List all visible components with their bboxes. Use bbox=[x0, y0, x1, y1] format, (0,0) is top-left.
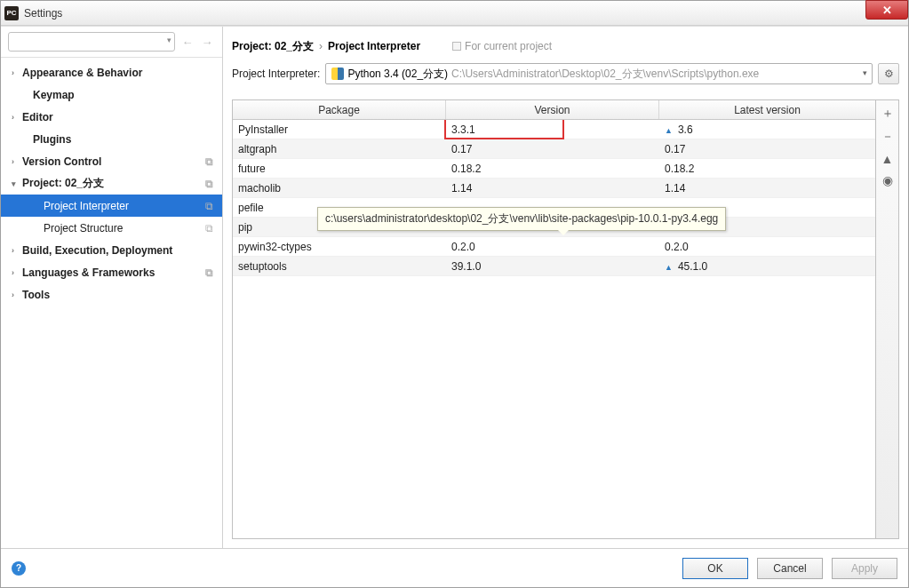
cell-latest: 0.17 bbox=[659, 143, 875, 155]
packages-table: Package Version Latest version PyInstall… bbox=[232, 99, 876, 539]
cell-version: 0.18.2 bbox=[446, 163, 659, 175]
add-button[interactable]: ＋ bbox=[881, 106, 894, 122]
table-body: PyInstaller3.3.1▲3.6altgraph0.170.17futu… bbox=[233, 120, 875, 538]
breadcrumb-page: Project Interpreter bbox=[328, 40, 420, 52]
sidebar-item[interactable]: ›Appearance & Behavior bbox=[1, 61, 222, 83]
sidebar-item-label: Languages & Frameworks bbox=[22, 266, 155, 279]
table-row[interactable]: altgraph0.170.17 bbox=[233, 139, 875, 159]
table-row[interactable]: future0.18.20.18.2 bbox=[233, 159, 875, 179]
settings-tree: ›Appearance & BehaviorKeymap›EditorPlugi… bbox=[1, 58, 222, 548]
sidebar-item[interactable]: Keymap bbox=[1, 83, 222, 106]
copy-icon: ⧉ bbox=[205, 200, 213, 212]
sidebar-item-label: Keymap bbox=[33, 89, 75, 101]
gear-button[interactable]: ⚙ bbox=[878, 63, 899, 84]
upgrade-icon: ▲ bbox=[665, 263, 673, 272]
sidebar-item-label: Version Control bbox=[22, 155, 101, 168]
breadcrumb-project: Project: 02_分支 bbox=[232, 39, 314, 54]
sidebar-item-label: Project Structure bbox=[44, 222, 123, 234]
chevron-down-icon[interactable]: ▾ bbox=[863, 68, 867, 77]
interpreter-name: Python 3.4 (02_分支) bbox=[347, 67, 448, 82]
cell-latest: 0.2.0 bbox=[659, 241, 875, 253]
ok-button[interactable]: OK bbox=[682, 558, 748, 579]
app-icon: PC bbox=[4, 6, 19, 20]
tree-arrow-icon: › bbox=[12, 113, 22, 122]
sidebar-item-label: Build, Execution, Deployment bbox=[22, 244, 172, 257]
cell-package: setuptools bbox=[233, 260, 446, 273]
sidebar-item[interactable]: ›Tools bbox=[1, 283, 222, 306]
back-button[interactable]: ← bbox=[179, 34, 195, 50]
tree-arrow-icon: › bbox=[12, 157, 22, 166]
sidebar-item[interactable]: ▾Project: 02_分支⧉ bbox=[1, 172, 222, 195]
cell-package: pywin32-ctypes bbox=[233, 241, 446, 253]
cancel-button[interactable]: Cancel bbox=[757, 558, 823, 579]
table-row[interactable]: PyInstaller3.3.1▲3.6 bbox=[233, 120, 875, 139]
python-icon bbox=[331, 68, 344, 80]
chevron-down-icon[interactable]: ▾ bbox=[167, 36, 171, 44]
cell-version: 3.3.1 bbox=[446, 123, 659, 136]
footer: ? OK Cancel Apply bbox=[1, 548, 908, 587]
tree-arrow-icon: › bbox=[12, 246, 22, 255]
interpreter-select[interactable]: Python 3.4 (02_分支) C:\Users\Administrato… bbox=[325, 63, 873, 84]
breadcrumb: Project: 02_分支 › Project Interpreter For… bbox=[232, 34, 899, 59]
interpreter-label: Project Interpreter: bbox=[232, 68, 320, 80]
copy-icon: ⧉ bbox=[205, 266, 213, 279]
interpreter-path: C:\Users\Administrator\Desktop\02_分支\ven… bbox=[451, 67, 759, 82]
sidebar-item-label: Plugins bbox=[33, 133, 71, 146]
sidebar-search: 🔍 ▾ ← → bbox=[1, 27, 222, 58]
upgrade-icon: ▲ bbox=[665, 126, 673, 135]
help-button[interactable]: ? bbox=[12, 561, 26, 576]
cell-version: 1.14 bbox=[446, 182, 659, 195]
content-panel: Project: 02_分支 › Project Interpreter For… bbox=[223, 27, 908, 548]
sidebar-item-label: Appearance & Behavior bbox=[22, 67, 142, 79]
sidebar-item[interactable]: ›Version Control⧉ bbox=[1, 150, 222, 172]
sidebar-item[interactable]: Project Structure⧉ bbox=[1, 217, 222, 239]
cell-version: 0.17 bbox=[446, 143, 659, 155]
close-button[interactable]: ✕ bbox=[865, 0, 908, 20]
sidebar-item[interactable]: ›Languages & Frameworks⧉ bbox=[1, 261, 222, 283]
copy-icon: ⧉ bbox=[205, 178, 213, 190]
interpreter-row: Project Interpreter: Python 3.4 (02_分支) … bbox=[232, 60, 899, 87]
table-row[interactable]: pywin32-ctypes0.2.00.2.0 bbox=[233, 237, 875, 257]
sidebar: 🔍 ▾ ← → ›Appearance & BehaviorKeymap›Edi… bbox=[1, 27, 223, 548]
sidebar-item-label: Project: 02_分支 bbox=[22, 176, 104, 191]
sidebar-item-label: Editor bbox=[22, 111, 53, 123]
cell-latest: 0.18.2 bbox=[659, 163, 875, 175]
upgrade-button[interactable]: ▲ bbox=[881, 152, 894, 166]
tree-arrow-icon: › bbox=[12, 268, 22, 277]
window-title: Settings bbox=[24, 7, 62, 20]
for-current-label: For current project bbox=[465, 40, 552, 52]
tree-arrow-icon: › bbox=[12, 68, 22, 77]
table-row[interactable]: setuptools39.1.0▲45.1.0 bbox=[233, 257, 875, 276]
table-tools: ＋ － ▲ ◉ bbox=[876, 99, 899, 539]
cell-latest: ▲45.1.0 bbox=[659, 260, 875, 273]
sidebar-item[interactable]: Plugins bbox=[1, 128, 222, 150]
cell-version: 39.1.0 bbox=[446, 260, 659, 273]
sidebar-item[interactable]: Project Interpreter⧉ bbox=[1, 195, 222, 217]
tree-arrow-icon: › bbox=[12, 290, 22, 299]
sidebar-item-label: Tools bbox=[22, 289, 50, 301]
sidebar-item[interactable]: ›Build, Execution, Deployment bbox=[1, 239, 222, 261]
copy-icon bbox=[452, 42, 461, 51]
search-input[interactable] bbox=[8, 32, 175, 52]
apply-button[interactable]: Apply bbox=[832, 558, 897, 579]
copy-icon: ⧉ bbox=[205, 222, 213, 234]
table-row[interactable]: macholib1.141.14 bbox=[233, 179, 875, 198]
table-header: Package Version Latest version bbox=[233, 100, 875, 120]
sidebar-item[interactable]: ›Editor bbox=[1, 106, 222, 128]
cell-version: 0.2.0 bbox=[446, 241, 659, 253]
titlebar: PC Settings ✕ bbox=[1, 1, 908, 26]
remove-button[interactable]: － bbox=[881, 129, 894, 145]
col-package[interactable]: Package bbox=[233, 100, 446, 119]
copy-icon: ⧉ bbox=[205, 155, 213, 168]
show-button[interactable]: ◉ bbox=[882, 173, 893, 187]
col-latest[interactable]: Latest version bbox=[659, 100, 875, 119]
tooltip: c:\users\administrator\desktop\02_分支\ven… bbox=[317, 207, 726, 231]
tree-arrow-icon: ▾ bbox=[12, 179, 22, 188]
forward-button[interactable]: → bbox=[199, 34, 215, 50]
settings-window: PC Settings ✕ 🔍 ▾ ← → ›Appearance & Beha… bbox=[0, 0, 909, 588]
gear-icon: ⚙ bbox=[884, 68, 894, 80]
col-version[interactable]: Version bbox=[446, 100, 659, 119]
cell-package: altgraph bbox=[233, 143, 446, 155]
cell-package: future bbox=[233, 163, 446, 175]
cell-package: macholib bbox=[233, 182, 446, 195]
